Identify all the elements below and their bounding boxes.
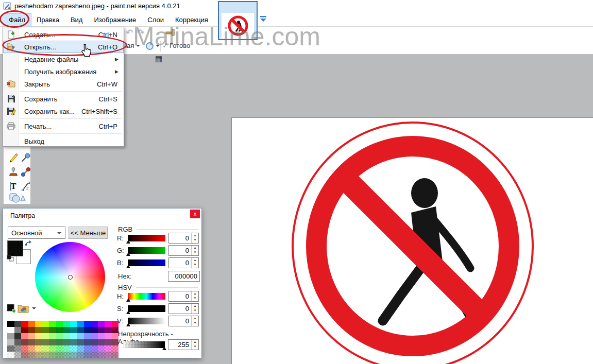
color-picker-tool[interactable] [20, 152, 31, 163]
menu-item-5[interactable]: Коррекция [170, 14, 214, 26]
selection-shape-icon[interactable] [146, 42, 154, 50]
swatch[interactable] [84, 352, 91, 358]
swatch[interactable] [56, 333, 63, 339]
ruler-tool-icon[interactable] [165, 28, 178, 37]
recolor-tool[interactable] [20, 166, 31, 178]
slider-marker[interactable] [126, 323, 130, 326]
menu-item-4[interactable]: Слои [142, 14, 170, 26]
rgb-slider-2[interactable] [128, 259, 165, 266]
palette-preset-select[interactable]: Основной [8, 227, 65, 239]
swatch[interactable] [63, 345, 70, 352]
swatch[interactable] [105, 321, 112, 327]
palette-manager-icon[interactable] [18, 303, 30, 314]
hsv-value-input-0[interactable]: 0▲▼ [168, 291, 199, 302]
swatch[interactable] [14, 345, 22, 352]
swatch[interactable] [7, 333, 14, 339]
swatch[interactable] [77, 345, 84, 352]
swatch[interactable] [56, 321, 63, 327]
menu-item-1[interactable]: Правка [31, 14, 65, 26]
finish-button[interactable]: Готово [170, 42, 190, 49]
pencil-tool[interactable] [8, 152, 19, 163]
swatch[interactable] [35, 321, 42, 327]
swatch[interactable] [77, 321, 84, 327]
swatch[interactable] [98, 345, 105, 352]
hsv-value-input-2[interactable]: 0▲▼ [168, 316, 199, 326]
swatch[interactable] [70, 321, 77, 327]
swatch[interactable] [49, 321, 56, 327]
swatch[interactable] [49, 345, 56, 352]
swatch[interactable] [28, 333, 36, 339]
file-menu-item-3[interactable]: Получить изображения▶ [3, 65, 124, 78]
swatch[interactable] [105, 339, 112, 345]
spinner[interactable]: ▲▼ [191, 304, 198, 314]
spinner[interactable]: ▲▼ [191, 246, 198, 255]
rgb-slider-0[interactable] [128, 235, 165, 241]
swatch[interactable] [70, 333, 77, 339]
swatch[interactable] [21, 352, 28, 358]
swatch[interactable] [56, 327, 63, 333]
hsv-slider-2[interactable] [128, 318, 165, 324]
swatch[interactable] [49, 333, 56, 339]
file-menu-item-5[interactable]: СохранитьCtrl+S [3, 93, 124, 105]
swatch[interactable] [70, 327, 77, 333]
spinner[interactable]: ▲▼ [191, 258, 198, 268]
swatch[interactable] [98, 339, 105, 345]
swatch[interactable] [63, 327, 70, 333]
file-menu-item-8[interactable]: Выход [3, 135, 124, 147]
alpha-slider[interactable] [123, 341, 165, 348]
slider-marker[interactable] [126, 298, 130, 302]
swatch[interactable] [35, 352, 42, 358]
swatch[interactable] [77, 333, 84, 339]
slider-marker[interactable] [126, 265, 130, 268]
swatch[interactable] [42, 321, 49, 327]
swatch[interactable] [28, 352, 36, 358]
swatch[interactable] [84, 339, 91, 345]
finish-check-icon[interactable]: ✓ [162, 41, 168, 49]
swatch[interactable] [21, 345, 28, 352]
primary-color-swatch[interactable] [7, 240, 23, 256]
swatch[interactable] [7, 352, 14, 358]
file-menu-item-7[interactable]: Печать...Ctrl+P [3, 120, 124, 132]
swatch[interactable] [63, 339, 70, 345]
swatch[interactable] [84, 327, 91, 333]
swatch[interactable] [63, 321, 70, 327]
swatch[interactable] [7, 321, 14, 327]
swatch[interactable] [7, 339, 14, 345]
reset-colors-icon[interactable] [7, 255, 14, 262]
swatch[interactable] [14, 321, 22, 327]
swatch[interactable] [49, 352, 56, 358]
spinner[interactable]: ▲▼ [191, 316, 198, 326]
swatch[interactable] [91, 321, 98, 327]
swatch[interactable] [84, 321, 91, 327]
swatch[interactable] [63, 352, 70, 358]
spinner[interactable]: ▲▼ [191, 340, 198, 350]
hsv-slider-0[interactable] [128, 293, 165, 300]
swatch[interactable] [56, 339, 63, 345]
rgb-slider-1[interactable] [128, 247, 165, 254]
swatch[interactable] [42, 327, 49, 333]
swatch[interactable] [98, 327, 105, 333]
swatch[interactable] [7, 327, 14, 333]
menu-item-3[interactable]: Изображение [88, 14, 142, 26]
spinner[interactable]: ▲▼ [191, 233, 198, 243]
swatch[interactable] [21, 327, 28, 333]
slider-marker[interactable] [126, 310, 130, 314]
swatch[interactable] [84, 333, 91, 339]
swatch[interactable] [14, 339, 22, 345]
swatch[interactable] [35, 327, 42, 333]
swatch[interactable] [35, 345, 42, 352]
swatch[interactable] [98, 352, 105, 358]
swatch[interactable] [28, 345, 36, 352]
swatch[interactable] [21, 321, 28, 327]
swatch[interactable] [112, 352, 119, 358]
rgb-value-input-1[interactable]: 0▲▼ [168, 245, 199, 256]
color-wheel-marker[interactable] [68, 275, 73, 280]
swatch[interactable] [77, 352, 84, 358]
redo-icon[interactable]: ↷ [137, 27, 144, 38]
clone-stamp-tool[interactable] [8, 166, 19, 178]
swatch[interactable] [28, 321, 36, 327]
swatch[interactable] [28, 327, 36, 333]
swatch[interactable] [63, 333, 70, 339]
swatch[interactable] [35, 333, 42, 339]
alpha-value-input[interactable]: 255 ▲▼ [168, 339, 199, 350]
